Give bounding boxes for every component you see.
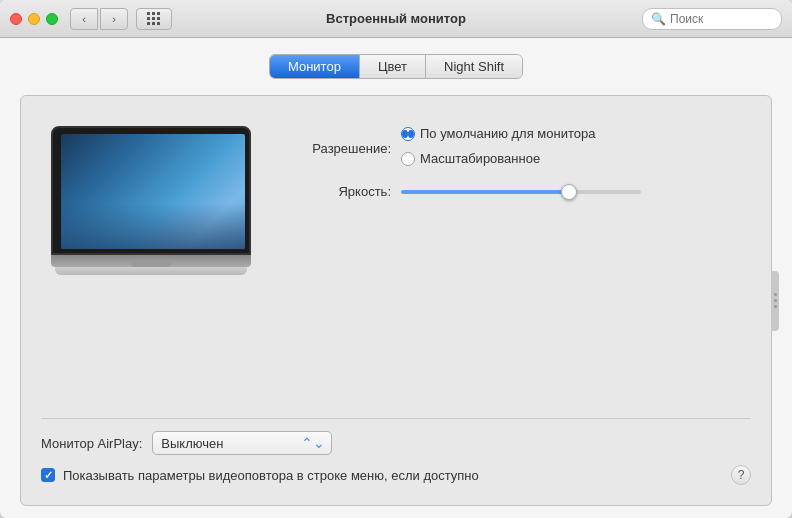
handle-dot	[774, 293, 777, 296]
tab-bar: Монитор Цвет Night Shift	[20, 54, 772, 79]
resolution-option-scaled[interactable]: Масштабированное	[401, 151, 595, 166]
resolution-scaled-label: Масштабированное	[420, 151, 540, 166]
mirror-label: Показывать параметры видеоповтора в стро…	[63, 468, 479, 483]
resolution-option-default[interactable]: По умолчанию для монитора	[401, 126, 595, 141]
laptop-preview	[41, 116, 261, 418]
handle-dot	[774, 305, 777, 308]
nav-buttons: ‹ ›	[70, 8, 128, 30]
content-area: Монитор Цвет Night Shift	[0, 38, 792, 518]
brightness-slider-container	[401, 190, 641, 194]
forward-button[interactable]: ›	[100, 8, 128, 30]
tab-color[interactable]: Цвет	[360, 55, 426, 78]
search-box[interactable]: 🔍	[642, 8, 782, 30]
resolution-default-label: По умолчанию для монитора	[420, 126, 595, 141]
question-icon: ?	[738, 468, 745, 482]
resolution-row: Разрешение: По умолчанию для монитора Ма	[291, 126, 751, 170]
search-icon: 🔍	[651, 12, 666, 26]
sidebar-handle[interactable]	[771, 271, 779, 331]
airplay-value: Выключен	[161, 436, 223, 451]
checkbox-row: ✓ Показывать параметры видеоповтора в ст…	[41, 465, 751, 485]
tab-monitor[interactable]: Монитор	[270, 55, 360, 78]
resolution-options: По умолчанию для монитора Масштабированн…	[401, 126, 595, 170]
checkmark-icon: ✓	[44, 470, 53, 481]
airplay-row: Монитор AirPlay: Выключен ⌃⌄	[41, 431, 751, 455]
airplay-label: Монитор AirPlay:	[41, 436, 142, 451]
handle-dot	[774, 299, 777, 302]
laptop-screen	[61, 134, 245, 249]
settings-area: Разрешение: По умолчанию для монитора Ма	[291, 116, 751, 418]
dropdown-arrow-icon: ⌃⌄	[301, 435, 325, 451]
settings-panel: Разрешение: По умолчанию для монитора Ма	[20, 95, 772, 506]
resolution-label: Разрешение:	[291, 141, 391, 156]
grid-view-button[interactable]	[136, 8, 172, 30]
close-button[interactable]	[10, 13, 22, 25]
tab-group: Монитор Цвет Night Shift	[269, 54, 523, 79]
laptop-base	[51, 255, 251, 267]
laptop-bottom	[55, 267, 247, 275]
back-button[interactable]: ‹	[70, 8, 98, 30]
tab-nightshift[interactable]: Night Shift	[426, 55, 522, 78]
brightness-track	[401, 190, 641, 194]
maximize-button[interactable]	[46, 13, 58, 25]
brightness-label: Яркость:	[291, 184, 391, 199]
bottom-bar: Монитор AirPlay: Выключен ⌃⌄ ✓ Показыват…	[41, 418, 751, 485]
titlebar: ‹ › Встроенный монитор 🔍	[0, 0, 792, 38]
panel-content: Разрешение: По умолчанию для монитора Ма	[41, 116, 751, 418]
mirror-checkbox[interactable]: ✓	[41, 468, 55, 482]
laptop-screen-wrapper	[51, 126, 251, 255]
minimize-button[interactable]	[28, 13, 40, 25]
radio-scaled[interactable]	[401, 152, 415, 166]
traffic-lights	[10, 13, 58, 25]
search-input[interactable]	[670, 12, 773, 26]
grid-icon	[147, 12, 161, 26]
brightness-thumb[interactable]	[561, 184, 577, 200]
airplay-dropdown[interactable]: Выключен ⌃⌄	[152, 431, 332, 455]
main-window: ‹ › Встроенный монитор 🔍 Монитор Цвет	[0, 0, 792, 518]
laptop-image	[51, 126, 251, 275]
radio-default[interactable]	[401, 127, 415, 141]
window-title: Встроенный монитор	[326, 11, 466, 26]
help-button[interactable]: ?	[731, 465, 751, 485]
brightness-row: Яркость:	[291, 184, 751, 199]
